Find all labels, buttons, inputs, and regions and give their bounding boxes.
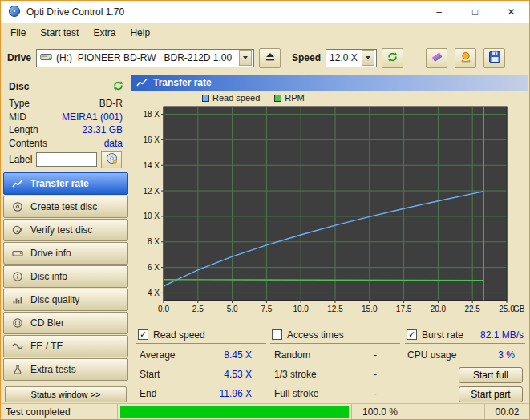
field-value: 23.31 GB — [82, 124, 123, 135]
sidebar-item-fe-te[interactable]: FE / TE — [3, 335, 128, 357]
disc-refresh-button[interactable] — [112, 80, 124, 94]
checkbox-label: Burst rate — [422, 329, 463, 341]
drive-icon — [40, 52, 52, 64]
read-label-button[interactable] — [101, 151, 122, 168]
svg-text:18 X: 18 X — [143, 110, 160, 119]
label-input[interactable] — [36, 152, 97, 167]
burst-rate-group: ✓ Burst rate 82.1 MB/s — [405, 326, 525, 344]
start-part-button[interactable]: Start part — [459, 386, 523, 402]
legend-label: Read speed — [212, 93, 260, 103]
status-text: Test completed — [1, 404, 118, 419]
svg-text:7.5: 7.5 — [261, 305, 272, 313]
field-value: BD-R — [99, 98, 123, 109]
stat-value-end: 11.96 X — [192, 388, 252, 399]
drive-select-value: (H:) PIONEER BD-RW BDR-212D 1.00 — [56, 52, 235, 63]
hand-coin-icon — [459, 50, 472, 66]
field-row-label: Label — [2, 150, 129, 169]
svg-text:6 X: 6 X — [148, 263, 160, 272]
sidebar-item-create-test-disc[interactable]: Create test disc — [3, 196, 128, 218]
eject-button[interactable] — [259, 48, 281, 68]
start-full-button[interactable]: Start full — [459, 367, 523, 383]
close-button[interactable]: ✕ — [493, 1, 529, 23]
menu-item-start-test[interactable]: Start test — [33, 24, 86, 42]
results-row: Start 4.53 X 1/3 stroke - Start full — [131, 366, 528, 384]
menu-item-help[interactable]: Help — [123, 24, 157, 42]
sidebar-item-transfer-rate[interactable]: Transfer rate — [3, 172, 128, 195]
field-value: MEIRA1 (001) — [62, 111, 123, 123]
checkbox-burst-rate[interactable]: ✓ — [407, 329, 417, 340]
sidebar-item-label: Verify test disc — [30, 224, 92, 236]
cpu-usage-label: CPU usage — [407, 349, 456, 361]
chart-legend: Read speed RPM — [131, 92, 528, 103]
legend-swatch-rpm — [274, 95, 281, 102]
read-speed-group: ✓ Read speed — [136, 326, 266, 344]
svg-text:20.0: 20.0 — [431, 305, 447, 313]
minimize-button[interactable]: – — [421, 1, 457, 23]
stat-label-random: Random — [274, 349, 310, 361]
results-panel: Average 8.45 X Random - CPU usage 3 % St… — [131, 345, 528, 405]
donate-button[interactable] — [455, 48, 476, 68]
field-row-length: Length 23.31 GB — [2, 123, 129, 137]
sidebar-item-label: Extra tests — [30, 364, 76, 375]
eraser-icon — [431, 50, 443, 66]
sidebar-item-disc-quality[interactable]: Disc quality — [3, 289, 128, 311]
drive-select-arrow[interactable] — [239, 50, 252, 66]
svg-text:12 X: 12 X — [143, 187, 160, 196]
field-row-contents: Contents data — [2, 137, 129, 151]
stat-label-average: Average — [140, 349, 175, 361]
sidebar-item-verify-test-disc[interactable]: Verify test disc — [3, 219, 128, 241]
progress-percent: 100.0 % — [352, 404, 403, 419]
checkbox-access-times[interactable]: ✓ — [272, 329, 282, 340]
speed-select-arrow[interactable] — [362, 50, 374, 66]
erase-disc-button[interactable] — [426, 48, 447, 68]
result-options-row: ✓ Read speed ✓ Access times ✓ Burst rate… — [131, 326, 528, 345]
floppy-icon — [488, 50, 501, 66]
menubar: File Start test Extra Help — [1, 23, 529, 42]
svg-text:10.0: 10.0 — [293, 305, 309, 313]
drive-select[interactable]: (H:) PIONEER BD-RW BDR-212D 1.00 — [36, 49, 254, 67]
sidebar-item-label: Disc quality — [30, 294, 79, 305]
menu-item-extra[interactable]: Extra — [86, 24, 123, 42]
status-window-button[interactable]: Status window >> — [5, 386, 127, 402]
transfer-rate-icon — [136, 77, 148, 88]
titlebar: Opti Drive Control 1.70 – □ ✕ — [1, 1, 529, 23]
field-label: Label — [9, 154, 32, 165]
fe-te-icon — [11, 341, 24, 352]
sidebar-item-disc-info[interactable]: Disc info — [3, 265, 128, 288]
stat-label-full-stroke: Full stroke — [274, 388, 318, 399]
menu-item-file[interactable]: File — [3, 24, 33, 42]
disc-quality-icon — [11, 294, 24, 305]
svg-text:16 X: 16 X — [143, 135, 160, 144]
burst-rate-value: 82.1 MB/s — [480, 329, 525, 341]
svg-text:22.5: 22.5 — [464, 305, 480, 313]
checkbox-label: Access times — [287, 329, 344, 341]
stat-label-third-stroke: 1/3 stroke — [274, 369, 317, 380]
speed-select[interactable]: 12.0 X — [326, 49, 377, 67]
sidebar-item-drive-info[interactable]: Drive info — [3, 242, 128, 265]
stat-label-end: End — [140, 388, 156, 399]
save-report-button[interactable] — [483, 48, 505, 68]
drive-info-icon — [11, 248, 24, 259]
field-label: Contents — [9, 138, 47, 149]
main-panel: Transfer rate Read speed RPM 4 X6 X8 X10… — [131, 75, 528, 403]
sidebar-item-cd-bler[interactable]: CD Bler — [3, 312, 128, 334]
refresh-speeds-button[interactable] — [382, 48, 403, 68]
access-times-group: ✓ Access times — [270, 326, 400, 344]
svg-text:2.5: 2.5 — [192, 305, 204, 313]
sidebar-item-extra-tests[interactable]: Extra tests — [3, 358, 128, 381]
sidebar-item-label: FE / TE — [30, 341, 63, 352]
refresh-icon — [112, 80, 124, 94]
results-row: Average 8.45 X Random - CPU usage 3 % — [131, 347, 528, 365]
field-label: MID — [9, 111, 26, 123]
field-row-type: Type BD-R — [2, 97, 129, 111]
svg-text:0.0: 0.0 — [158, 305, 169, 313]
sidebar-item-label: Disc info — [30, 271, 67, 282]
drive-label: Drive — [7, 52, 31, 63]
svg-text:8 X: 8 X — [148, 237, 160, 246]
verify-disc-icon — [11, 224, 24, 236]
maximize-button[interactable]: □ — [457, 1, 493, 23]
results-row: End 11.96 X Full stroke - Start part — [131, 386, 528, 403]
progress-fill — [120, 406, 349, 418]
checkbox-read-speed[interactable]: ✓ — [138, 329, 148, 340]
stat-value-random: - — [340, 349, 377, 361]
